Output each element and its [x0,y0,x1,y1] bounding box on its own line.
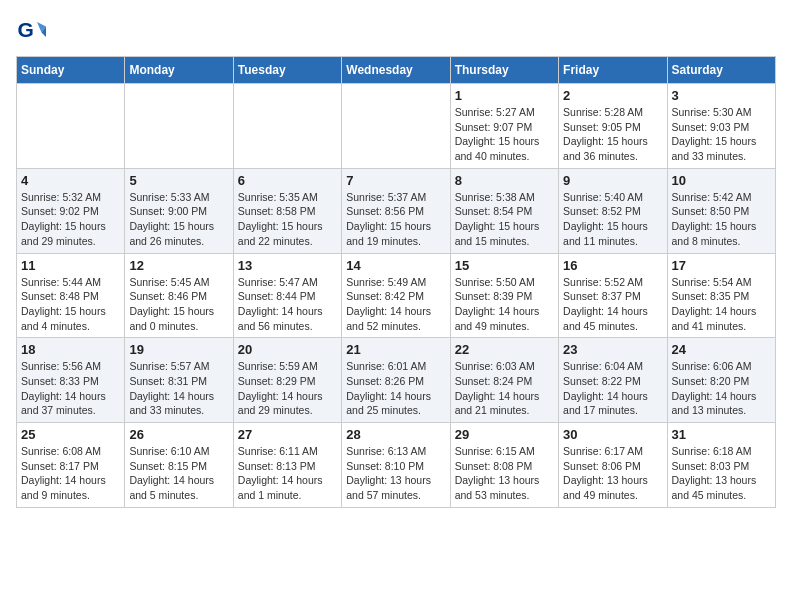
calendar-cell: 5Sunrise: 5:33 AM Sunset: 9:00 PM Daylig… [125,168,233,253]
day-number: 31 [672,427,771,442]
day-number: 24 [672,342,771,357]
day-info: Sunrise: 5:30 AM Sunset: 9:03 PM Dayligh… [672,105,771,164]
calendar-week-row: 25Sunrise: 6:08 AM Sunset: 8:17 PM Dayli… [17,423,776,508]
logo: G [16,16,50,46]
day-info: Sunrise: 6:04 AM Sunset: 8:22 PM Dayligh… [563,359,662,418]
calendar-cell: 31Sunrise: 6:18 AM Sunset: 8:03 PM Dayli… [667,423,775,508]
day-number: 21 [346,342,445,357]
calendar-cell [17,84,125,169]
day-number: 16 [563,258,662,273]
day-info: Sunrise: 5:50 AM Sunset: 8:39 PM Dayligh… [455,275,554,334]
weekday-header-friday: Friday [559,57,667,84]
calendar-cell: 26Sunrise: 6:10 AM Sunset: 8:15 PM Dayli… [125,423,233,508]
day-info: Sunrise: 5:59 AM Sunset: 8:29 PM Dayligh… [238,359,337,418]
weekday-header-wednesday: Wednesday [342,57,450,84]
calendar-cell: 25Sunrise: 6:08 AM Sunset: 8:17 PM Dayli… [17,423,125,508]
calendar-cell: 18Sunrise: 5:56 AM Sunset: 8:33 PM Dayli… [17,338,125,423]
calendar-cell: 27Sunrise: 6:11 AM Sunset: 8:13 PM Dayli… [233,423,341,508]
calendar-cell: 15Sunrise: 5:50 AM Sunset: 8:39 PM Dayli… [450,253,558,338]
calendar-cell: 29Sunrise: 6:15 AM Sunset: 8:08 PM Dayli… [450,423,558,508]
day-info: Sunrise: 5:49 AM Sunset: 8:42 PM Dayligh… [346,275,445,334]
svg-text:G: G [18,18,34,41]
calendar-cell: 8Sunrise: 5:38 AM Sunset: 8:54 PM Daylig… [450,168,558,253]
day-info: Sunrise: 5:33 AM Sunset: 9:00 PM Dayligh… [129,190,228,249]
day-info: Sunrise: 5:47 AM Sunset: 8:44 PM Dayligh… [238,275,337,334]
day-number: 4 [21,173,120,188]
day-info: Sunrise: 6:11 AM Sunset: 8:13 PM Dayligh… [238,444,337,503]
calendar-cell: 13Sunrise: 5:47 AM Sunset: 8:44 PM Dayli… [233,253,341,338]
day-number: 23 [563,342,662,357]
day-number: 5 [129,173,228,188]
day-number: 28 [346,427,445,442]
day-number: 25 [21,427,120,442]
day-info: Sunrise: 5:56 AM Sunset: 8:33 PM Dayligh… [21,359,120,418]
calendar-cell: 4Sunrise: 5:32 AM Sunset: 9:02 PM Daylig… [17,168,125,253]
weekday-header-monday: Monday [125,57,233,84]
day-number: 12 [129,258,228,273]
day-info: Sunrise: 6:17 AM Sunset: 8:06 PM Dayligh… [563,444,662,503]
day-number: 19 [129,342,228,357]
weekday-header-sunday: Sunday [17,57,125,84]
day-info: Sunrise: 5:35 AM Sunset: 8:58 PM Dayligh… [238,190,337,249]
calendar-cell: 2Sunrise: 5:28 AM Sunset: 9:05 PM Daylig… [559,84,667,169]
day-info: Sunrise: 5:32 AM Sunset: 9:02 PM Dayligh… [21,190,120,249]
day-info: Sunrise: 5:37 AM Sunset: 8:56 PM Dayligh… [346,190,445,249]
calendar-cell: 16Sunrise: 5:52 AM Sunset: 8:37 PM Dayli… [559,253,667,338]
day-number: 10 [672,173,771,188]
day-info: Sunrise: 5:52 AM Sunset: 8:37 PM Dayligh… [563,275,662,334]
logo-icon: G [16,16,46,46]
day-info: Sunrise: 5:27 AM Sunset: 9:07 PM Dayligh… [455,105,554,164]
calendar-cell: 23Sunrise: 6:04 AM Sunset: 8:22 PM Dayli… [559,338,667,423]
calendar-cell [342,84,450,169]
day-number: 14 [346,258,445,273]
day-info: Sunrise: 6:08 AM Sunset: 8:17 PM Dayligh… [21,444,120,503]
day-number: 1 [455,88,554,103]
day-number: 27 [238,427,337,442]
day-info: Sunrise: 5:40 AM Sunset: 8:52 PM Dayligh… [563,190,662,249]
day-number: 17 [672,258,771,273]
day-number: 15 [455,258,554,273]
calendar-cell: 6Sunrise: 5:35 AM Sunset: 8:58 PM Daylig… [233,168,341,253]
calendar-cell: 22Sunrise: 6:03 AM Sunset: 8:24 PM Dayli… [450,338,558,423]
day-number: 3 [672,88,771,103]
day-number: 13 [238,258,337,273]
day-info: Sunrise: 5:54 AM Sunset: 8:35 PM Dayligh… [672,275,771,334]
calendar-cell: 7Sunrise: 5:37 AM Sunset: 8:56 PM Daylig… [342,168,450,253]
day-info: Sunrise: 6:06 AM Sunset: 8:20 PM Dayligh… [672,359,771,418]
calendar-header-row: SundayMondayTuesdayWednesdayThursdayFrid… [17,57,776,84]
day-info: Sunrise: 5:28 AM Sunset: 9:05 PM Dayligh… [563,105,662,164]
calendar-week-row: 1Sunrise: 5:27 AM Sunset: 9:07 PM Daylig… [17,84,776,169]
weekday-header-tuesday: Tuesday [233,57,341,84]
day-info: Sunrise: 5:57 AM Sunset: 8:31 PM Dayligh… [129,359,228,418]
calendar-cell: 10Sunrise: 5:42 AM Sunset: 8:50 PM Dayli… [667,168,775,253]
day-info: Sunrise: 6:18 AM Sunset: 8:03 PM Dayligh… [672,444,771,503]
weekday-header-thursday: Thursday [450,57,558,84]
day-info: Sunrise: 6:10 AM Sunset: 8:15 PM Dayligh… [129,444,228,503]
calendar-cell: 3Sunrise: 5:30 AM Sunset: 9:03 PM Daylig… [667,84,775,169]
day-number: 18 [21,342,120,357]
day-number: 30 [563,427,662,442]
day-info: Sunrise: 5:38 AM Sunset: 8:54 PM Dayligh… [455,190,554,249]
day-number: 6 [238,173,337,188]
calendar-cell: 21Sunrise: 6:01 AM Sunset: 8:26 PM Dayli… [342,338,450,423]
calendar-cell: 11Sunrise: 5:44 AM Sunset: 8:48 PM Dayli… [17,253,125,338]
calendar-cell: 24Sunrise: 6:06 AM Sunset: 8:20 PM Dayli… [667,338,775,423]
day-info: Sunrise: 6:03 AM Sunset: 8:24 PM Dayligh… [455,359,554,418]
calendar-cell: 9Sunrise: 5:40 AM Sunset: 8:52 PM Daylig… [559,168,667,253]
day-number: 2 [563,88,662,103]
calendar-cell: 20Sunrise: 5:59 AM Sunset: 8:29 PM Dayli… [233,338,341,423]
calendar-week-row: 11Sunrise: 5:44 AM Sunset: 8:48 PM Dayli… [17,253,776,338]
day-number: 26 [129,427,228,442]
day-number: 8 [455,173,554,188]
day-info: Sunrise: 6:13 AM Sunset: 8:10 PM Dayligh… [346,444,445,503]
day-number: 11 [21,258,120,273]
day-info: Sunrise: 6:15 AM Sunset: 8:08 PM Dayligh… [455,444,554,503]
day-info: Sunrise: 6:01 AM Sunset: 8:26 PM Dayligh… [346,359,445,418]
day-number: 9 [563,173,662,188]
day-number: 7 [346,173,445,188]
day-number: 22 [455,342,554,357]
day-info: Sunrise: 5:44 AM Sunset: 8:48 PM Dayligh… [21,275,120,334]
day-info: Sunrise: 5:45 AM Sunset: 8:46 PM Dayligh… [129,275,228,334]
calendar-cell: 12Sunrise: 5:45 AM Sunset: 8:46 PM Dayli… [125,253,233,338]
calendar-week-row: 18Sunrise: 5:56 AM Sunset: 8:33 PM Dayli… [17,338,776,423]
